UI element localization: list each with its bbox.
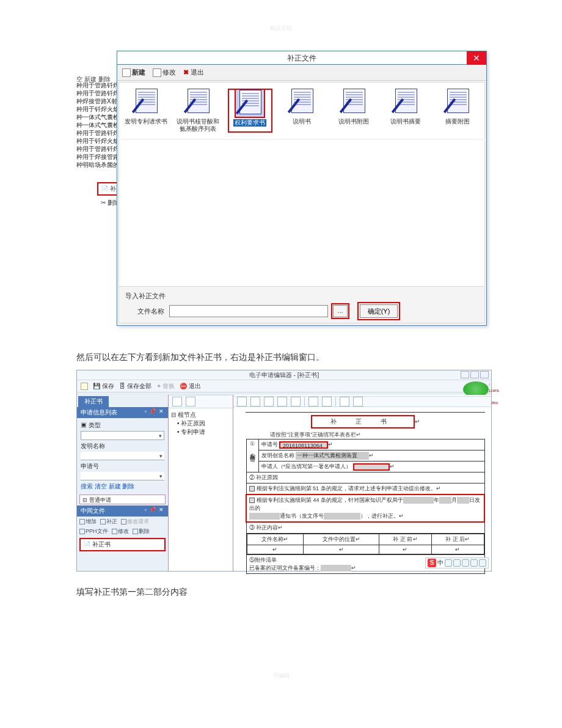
ime-settings-icon[interactable] (470, 559, 478, 567)
doc-item-label: 说明书 (280, 118, 324, 125)
list-item: 种一体式气囊检 (76, 121, 117, 129)
applicant-field[interactable] (353, 463, 390, 471)
correction-file-dialog: 补正文件 ✕ 新建 修改 ✖ 退出 发明专利请求书 说明书核苷酸和氨基酸序列表 (117, 51, 487, 326)
row-applicant: 申请人（*应当填写第一署名申请人） ↵ (258, 461, 484, 472)
type-label: 类型 (89, 422, 101, 428)
doc-tab[interactable]: 补正书 (78, 396, 109, 407)
dialog-titlebar: 补正文件 ✕ (117, 51, 486, 65)
window-buttons (461, 371, 489, 378)
doc-item-label: 说明书附图 (331, 118, 376, 125)
list-item: 种用于钎焊火焰 (76, 137, 117, 145)
zoom-icon[interactable] (340, 397, 349, 406)
row-appno: 申请号 2016108113064↵ (258, 439, 484, 450)
undo-icon[interactable] (172, 397, 182, 406)
modify-request-button[interactable]: 修改请求 (121, 518, 149, 526)
app-icon (81, 383, 88, 390)
ime-emoji-icon[interactable] (453, 559, 461, 567)
doc-item-claims-selected[interactable]: 权利要求书 (228, 89, 272, 133)
close-icon[interactable]: ✕ (467, 51, 486, 65)
appno-field[interactable]: 2016108113064 (279, 441, 328, 449)
doc-item-description[interactable]: 说明书 (280, 89, 324, 133)
redo-icon[interactable] (186, 397, 195, 406)
app-title: 电子申请编辑器 - [补正书] (249, 372, 319, 378)
browse-button[interactable]: … (333, 305, 348, 317)
dialog-toolbar: 新建 修改 ✖ 退出 (117, 65, 486, 81)
list-item: 种用于焊接管路 (76, 153, 117, 161)
file-name-label: 文件名称 (125, 307, 164, 316)
import-group: 导入补正文件 文件名称 … 确定(Y) (119, 287, 485, 323)
appno-input[interactable] (81, 472, 164, 480)
ime-punct-icon[interactable] (445, 559, 452, 567)
name-input[interactable] (81, 452, 164, 460)
name-label: 发明名称 (81, 441, 164, 450)
modify-button[interactable]: 修改 (153, 68, 176, 77)
doc-item-abstract[interactable]: 说明书摘要 (383, 89, 428, 133)
doc-item-label: 发明专利请求书 (124, 118, 169, 125)
a-icon[interactable] (308, 397, 318, 406)
section-2-line1: 根据专利法实施细则第 51 条的规定，请求对上述专利申请主动提出修改。↵ (246, 483, 484, 495)
file-name-input[interactable] (169, 305, 328, 317)
modify-button[interactable]: 修改 (112, 528, 129, 535)
editor-ribbon (233, 396, 491, 407)
left-column: 补正书 申请信息列表▫ 📌 ✕ ▣ 类型 发明名称 申请号 搜索 清空 新建 删… (77, 395, 169, 571)
midfile-item-highlight[interactable]: 📄 补正书 (79, 538, 166, 551)
add-button[interactable]: 增加 (79, 518, 97, 526)
ok-button[interactable]: 确定(Y) (360, 304, 398, 318)
doc-item-invention-request[interactable]: 发明专利请求书 (124, 89, 169, 133)
application-tree[interactable]: ⊟ 普通申请 ├ 种一体式气囊检测装置(2016108113064) └ 种一体… (79, 495, 166, 504)
ime-menu-icon[interactable] (479, 559, 486, 567)
correction-button[interactable]: 补正 (100, 518, 117, 526)
new-button[interactable]: 新建 (122, 68, 145, 77)
save-button[interactable]: 💾 保存 (93, 382, 114, 391)
dialog-body-blank (119, 140, 485, 287)
document-type-grid: 发明专利请求书 说明书核苷酸和氨基酸序列表 权利要求书 说明书 说明书附图 (119, 82, 485, 139)
ime-keyboard-icon[interactable] (462, 559, 469, 567)
exit-button[interactable]: ✖ 退出 (183, 68, 204, 77)
structure-tree[interactable]: ⊟ 根节点 • 补正原因 • 专利申请 (171, 411, 230, 436)
doc-item-abstract-drawing[interactable]: 摘要附图 (435, 89, 480, 133)
panel-pin-icon[interactable]: ▫ 📌 ✕ (145, 408, 164, 417)
checkbox[interactable] (249, 498, 255, 503)
th-after: 补 正 后↵ (431, 534, 484, 545)
checkbox[interactable] (249, 486, 255, 491)
section-2-line2-highlight: 根据专利法实施细则第 44 条的规定，针对国家知识产权局于年月日发出的 通知书（… (246, 495, 484, 522)
paste-icon[interactable] (264, 397, 274, 406)
ime-lang[interactable]: 中 (437, 559, 443, 567)
app-toolbar: 💾 保存 🗄 保存全部 ✦ 替换 ⛔ 退出 (77, 380, 491, 392)
ime-toolbar[interactable]: S 中 (425, 557, 489, 568)
screenshot-1: 空 新建 删除 种用于管路钎焊 种用于管路钎焊 种焊接管路X射 种用于钎焊火焰 … (76, 51, 486, 326)
watermark-top: 精品文档 (76, 24, 486, 32)
th-filename: 文件名称↵ (247, 534, 304, 545)
doc-item-label: 说明书摘要 (383, 118, 428, 125)
exit-button[interactable]: ⛔ 退出 (180, 382, 201, 391)
list-item: 种一体式气囊检 (76, 113, 117, 121)
sogou-icon[interactable]: S (428, 559, 436, 567)
form-hint: 请按照"注意事项"正确填写本表各栏↵ (270, 431, 485, 439)
midfile-tools: 增加 补正 修改请求 PPH文件 修改 删除 (77, 517, 168, 537)
copy-icon[interactable] (250, 397, 260, 406)
watermark-bottom: 可编辑 (76, 672, 486, 680)
import-group-label: 导入补正文件 (125, 292, 478, 301)
name-field[interactable]: 一种一体式气囊检测装置 (296, 452, 369, 460)
maximize-icon[interactable] (470, 371, 479, 378)
form-title: 补 正 书 (311, 415, 415, 428)
type-dropdown[interactable] (81, 431, 164, 440)
print-icon[interactable] (353, 397, 363, 406)
delete-button[interactable]: 删除 (133, 528, 150, 535)
panel-pin-icon[interactable]: ▫ 📌 ✕ (145, 507, 164, 515)
appno-label: 申请号 (81, 461, 164, 471)
cut-icon[interactable] (237, 397, 247, 406)
a2-icon[interactable] (322, 397, 332, 406)
save-all-button[interactable]: 🗄 保存全部 (119, 382, 151, 391)
minimize-icon[interactable] (461, 371, 469, 378)
pph-button[interactable]: PPH文件 (79, 528, 108, 535)
table-icon[interactable] (277, 397, 287, 406)
doc-item-sequence-listing[interactable]: 说明书核苷酸和氨基酸序列表 (176, 89, 221, 133)
image-icon[interactable] (291, 397, 301, 406)
info-panel-header: 申请信息列表▫ 📌 ✕ (77, 407, 168, 418)
left-action-links[interactable]: 搜索 清空 新建 删除 (81, 482, 164, 491)
list-item: 种焊接管路X射 (76, 97, 117, 105)
doc-item-drawings[interactable]: 说明书附图 (331, 89, 376, 133)
replace-button[interactable]: ✦ 替换 (156, 382, 175, 391)
close-icon[interactable] (480, 371, 489, 378)
